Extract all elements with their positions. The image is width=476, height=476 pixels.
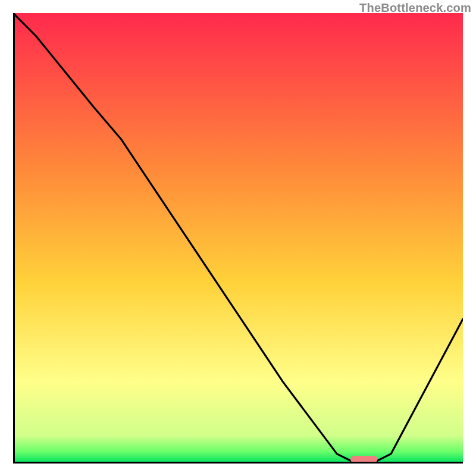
curve-layer — [13, 13, 463, 463]
watermark-text: TheBottleneck.com — [359, 1, 471, 15]
bottleneck-chart: TheBottleneck.com — [0, 0, 476, 476]
y-axis — [13, 13, 15, 463]
x-axis — [13, 462, 463, 464]
plot-area — [13, 13, 463, 463]
bottleneck-curve — [13, 13, 463, 463]
